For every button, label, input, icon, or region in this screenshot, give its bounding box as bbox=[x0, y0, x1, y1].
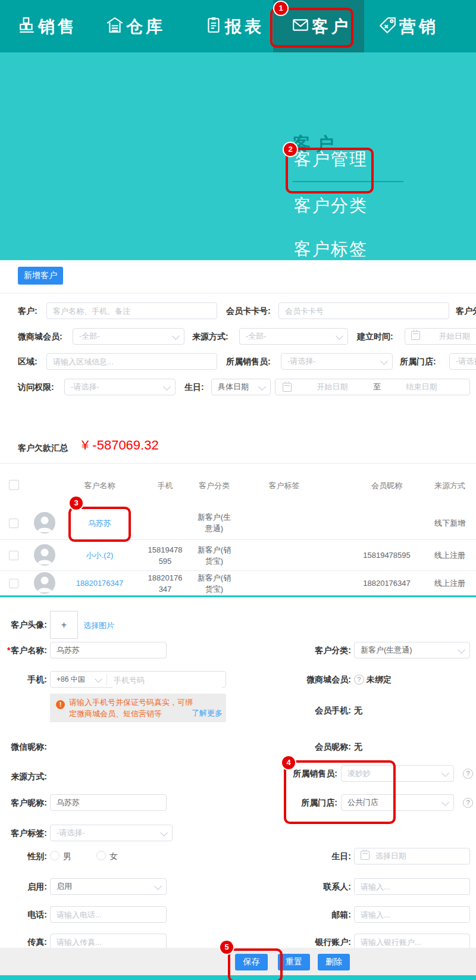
select-value: 新客户(生意通) bbox=[361, 645, 412, 654]
help-icon[interactable] bbox=[354, 675, 364, 685]
filter-salesman-select[interactable]: -请选择- bbox=[281, 353, 393, 370]
enabled-label: 启用: bbox=[0, 878, 47, 895]
filter-birthday-range[interactable]: 开始日期 至 结束日期 bbox=[275, 379, 470, 395]
table-row[interactable]: 18820176347 18820176347 新客户(销货宝) 1882017… bbox=[0, 570, 476, 595]
customer-nickname-input[interactable] bbox=[50, 794, 167, 811]
table-row[interactable]: 小小.(2) 15819478595 新客户(销货宝) 15819478595 … bbox=[0, 539, 476, 570]
report-icon bbox=[205, 16, 225, 38]
birthday-date-input[interactable]: 选择日期 bbox=[354, 848, 470, 864]
chevron-down-icon bbox=[258, 383, 266, 391]
tab-reports[interactable]: 报表 bbox=[205, 15, 264, 38]
customer-name-link[interactable]: 小小.(2) bbox=[86, 551, 114, 560]
filter-mall-member-select[interactable]: -全部- bbox=[73, 328, 184, 345]
member-nickname-label: 会员昵称: bbox=[256, 738, 351, 755]
tab-label: 营销 bbox=[399, 15, 439, 38]
email-input[interactable] bbox=[354, 906, 470, 923]
section-divider bbox=[0, 595, 476, 597]
tab-sales[interactable]: 销售 bbox=[18, 15, 77, 38]
add-customer-button[interactable]: 新增客户 bbox=[18, 267, 63, 285]
tab-label: 客户 bbox=[312, 15, 351, 38]
tag-select[interactable]: -请选择- bbox=[50, 825, 173, 841]
warehouse-icon bbox=[106, 16, 126, 38]
category-select[interactable]: 新客户(生意通) bbox=[354, 642, 470, 658]
annotation-step-2: 2 bbox=[284, 143, 297, 156]
menu-item-customer-category[interactable]: 客户分类 bbox=[294, 194, 368, 218]
phone-number-input[interactable] bbox=[112, 672, 222, 688]
mall-member-label: 微商城会员: bbox=[256, 671, 351, 688]
cell-category: 新客户(销货宝) bbox=[195, 572, 234, 595]
choose-image-link[interactable]: 选择图片 bbox=[83, 611, 114, 639]
row-checkbox[interactable] bbox=[9, 551, 18, 560]
customer-menu-panel: 客户 客户管理 客户分类 客户标签 bbox=[0, 52, 476, 260]
cell-category: 新客户(销货宝) bbox=[195, 544, 234, 567]
avatar-label: 客户头像: bbox=[0, 611, 47, 639]
choose-image-label: 选择图片 bbox=[83, 621, 114, 630]
filter-customer-input[interactable] bbox=[46, 302, 217, 319]
radio-female-label: 女 bbox=[109, 851, 118, 861]
warning-text: 请输入手机号并保证号码真实，可绑 定微商城会员、短信营销等 bbox=[69, 697, 195, 719]
annotation-step-3: 3 bbox=[70, 497, 83, 510]
filter-source-select[interactable]: -全部- bbox=[239, 328, 348, 345]
filter-created-label: 建立时间: bbox=[357, 328, 393, 345]
phone-country-select[interactable]: +86 中国 bbox=[57, 675, 85, 685]
avatar-upload-box[interactable]: + bbox=[50, 611, 78, 639]
category-label: 客户分类: bbox=[256, 642, 351, 658]
birthday-label: 生日: bbox=[256, 848, 351, 864]
mall-member-value: 未绑定 bbox=[367, 671, 392, 688]
help-icon[interactable] bbox=[463, 798, 473, 808]
filter-region-input[interactable] bbox=[46, 353, 217, 370]
avatar bbox=[34, 544, 55, 566]
menu-item-customer-tags[interactable]: 客户标签 bbox=[294, 238, 368, 261]
range-to-label: 至 bbox=[373, 379, 381, 395]
enabled-select[interactable]: 启用 bbox=[50, 878, 167, 895]
save-button[interactable]: 保存 bbox=[235, 954, 268, 970]
reset-button[interactable]: 重置 bbox=[278, 954, 310, 970]
salesman-select[interactable]: 凌妙妙 bbox=[341, 765, 454, 782]
gender-radio-group: 男 女 bbox=[50, 848, 118, 864]
select-value: -请选择- bbox=[456, 357, 476, 366]
store-select[interactable]: 公共门店 bbox=[341, 794, 454, 811]
menu-item-customer-management[interactable]: 客户管理 bbox=[294, 148, 368, 171]
tab-warehouse[interactable]: 仓库 bbox=[106, 15, 165, 38]
table-row[interactable]: 乌苏苏 新客户(生意通) 线下新增 bbox=[0, 506, 476, 539]
contact-input[interactable] bbox=[354, 878, 470, 895]
help-icon[interactable] bbox=[463, 769, 473, 779]
divider bbox=[0, 293, 476, 294]
row-checkbox[interactable] bbox=[9, 519, 18, 528]
learn-more-link[interactable]: 了解更多 bbox=[192, 708, 223, 719]
filter-store-select[interactable]: -请选择- bbox=[449, 353, 476, 370]
tab-marketing[interactable]: 营销 bbox=[379, 15, 439, 38]
tab-customers[interactable]: 客户 bbox=[292, 15, 351, 38]
radio-male[interactable] bbox=[50, 851, 60, 860]
phone-label: 手机: bbox=[0, 671, 47, 688]
avatar bbox=[34, 512, 55, 533]
select-value: -请选择- bbox=[71, 382, 99, 391]
filter-access-select[interactable]: -请选择- bbox=[64, 379, 176, 395]
wechat-nickname-label: 微信昵称: bbox=[0, 738, 47, 755]
filter-birthday-mode-select[interactable]: 具体日期 bbox=[211, 379, 271, 395]
tab-label: 仓库 bbox=[126, 15, 165, 38]
customer-name-link[interactable]: 乌苏苏 bbox=[88, 519, 111, 528]
delete-button[interactable]: 删除 bbox=[318, 954, 350, 970]
calendar-icon bbox=[283, 383, 292, 392]
select-value: -全部- bbox=[79, 332, 100, 341]
salesman-label: 所属销售员: bbox=[256, 765, 337, 782]
avatar bbox=[34, 572, 55, 594]
select-all-checkbox[interactable] bbox=[9, 480, 19, 490]
date-placeholder: 选择日期 bbox=[375, 851, 406, 860]
telephone-input[interactable] bbox=[50, 906, 167, 923]
name-input[interactable] bbox=[50, 642, 167, 658]
filter-card-input[interactable] bbox=[278, 302, 449, 319]
select-value: -请选择- bbox=[287, 357, 316, 366]
contact-label: 联系人: bbox=[256, 878, 351, 895]
source-label: 来源方式: bbox=[0, 768, 47, 785]
select-value: -全部- bbox=[246, 332, 267, 341]
col-header-name: 客户名称 bbox=[60, 480, 140, 491]
warning-icon: ! bbox=[56, 700, 65, 709]
radio-female[interactable] bbox=[96, 851, 106, 860]
row-checkbox[interactable] bbox=[9, 579, 18, 588]
cell-phone: 18820176347 bbox=[147, 572, 184, 595]
filter-created-start-date[interactable]: 开始日期 bbox=[405, 328, 476, 345]
customer-name-link[interactable]: 18820176347 bbox=[76, 579, 124, 588]
warning-line1: 请输入手机号并保证号码真实，可绑 bbox=[69, 698, 193, 707]
